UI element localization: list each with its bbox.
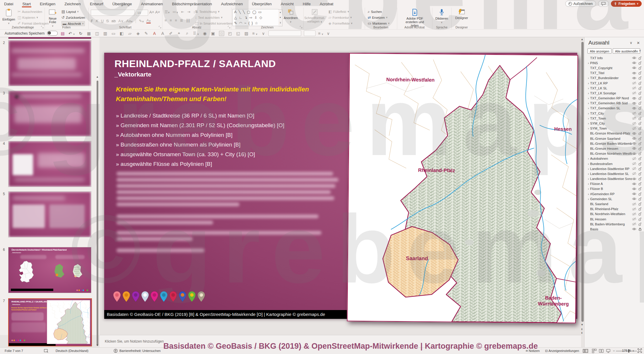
visible-eye-icon[interactable] — [632, 102, 636, 105]
selection-pane-item[interactable]: ›BL Nordrhein-Westfalen — [585, 212, 644, 217]
line-spacing-icon[interactable]: ≡ ∨ — [252, 31, 258, 36]
shape-gallery-scroll[interactable]: ▲▼⊻ — [278, 9, 282, 26]
save-icon[interactable]: ▤ — [60, 31, 65, 36]
ribbon-tab-aufzeichnen[interactable]: Aufzeichnen — [220, 1, 243, 7]
shape-outline-icon[interactable]: ▱ — [128, 31, 132, 36]
expand-chevron-icon[interactable]: › — [587, 167, 590, 171]
shape-icon[interactable]: ▢ — [247, 10, 250, 15]
pane-close-icon[interactable]: ✕ — [637, 41, 640, 45]
visible-eye-icon[interactable] — [632, 66, 636, 69]
selection-pane-item[interactable]: ›Flüsse B — [585, 186, 644, 191]
hidden-eye-icon[interactable] — [632, 207, 636, 211]
unlocked-icon[interactable] — [638, 66, 642, 70]
slide-footer-credit[interactable]: Basisdaten © GeoBasis-DE / BKG (2019) [B… — [104, 310, 363, 319]
visible-eye-icon[interactable] — [632, 197, 636, 200]
slide-3-thumbnail[interactable] — [8, 91, 91, 137]
expand-chevron-icon[interactable]: › — [587, 197, 590, 201]
unlocked-icon[interactable] — [638, 76, 642, 80]
reading-view-icon[interactable] — [599, 349, 604, 353]
visible-eye-icon[interactable] — [632, 187, 636, 190]
bold-button[interactable]: F — [91, 19, 93, 23]
selection-pane-item[interactable]: ›Autobahnen — [585, 156, 644, 161]
unlocked-icon[interactable] — [638, 122, 642, 125]
format-painter-button[interactable]: ✐Format übertragen — [18, 21, 49, 25]
shape-icon[interactable]: { — [249, 21, 250, 26]
bullet-list-button[interactable]: ☰∨ — [165, 10, 170, 14]
expand-chevron-icon[interactable]: › — [587, 76, 590, 80]
justify-button[interactable]: ≣ — [180, 18, 183, 23]
group-icon[interactable]: ◰ — [228, 31, 232, 36]
visible-eye-icon[interactable] — [632, 97, 636, 100]
redo-icon[interactable]: ↻ — [78, 31, 83, 36]
replace-button[interactable]: ⇄Ersetzen ∨ — [368, 15, 388, 20]
shape-icon[interactable]: ☆ — [255, 21, 258, 26]
visible-eye-icon[interactable] — [632, 177, 636, 181]
pane-reorder-up-icon[interactable]: ∧ — [634, 49, 636, 52]
selection-pane-item[interactable]: ›Landkreise-Stadtkreise Sonstige — [585, 176, 644, 181]
unlocked-icon[interactable] — [638, 157, 642, 160]
change-case-button[interactable]: Aa∨ — [126, 19, 133, 23]
ribbon-tab-ansicht[interactable]: Ansicht — [280, 1, 294, 7]
text-direction-button[interactable]: ⇅Textrichtung ∨ — [195, 9, 220, 14]
unlocked-icon[interactable] — [638, 71, 642, 75]
overflow-icon[interactable]: ∨ — [261, 31, 266, 36]
notes-placeholder[interactable]: Klicken Sie, um Notizen hinzuzufügen — [105, 339, 164, 343]
dialog-launcher-icon[interactable] — [41, 26, 44, 28]
dialog-launcher-icon[interactable] — [228, 26, 230, 28]
ribbon-tab-einfügen[interactable]: Einfügen — [39, 1, 56, 7]
selection-pane-item[interactable]: ›TXT_Titel — [585, 71, 644, 76]
slide-subtitle[interactable]: _Vektorkarte — [114, 71, 151, 78]
hidden-eye-icon[interactable] — [632, 86, 636, 90]
unlocked-icon[interactable] — [638, 96, 642, 100]
dialog-launcher-icon[interactable] — [300, 26, 302, 28]
shape-icon[interactable]: ◇ — [259, 15, 262, 20]
reset-button[interactable]: ↺Zurücksetzen — [61, 15, 85, 20]
expand-chevron-icon[interactable]: › — [587, 157, 590, 160]
new-slide-button[interactable]: Neue Folie∨ — [45, 8, 60, 28]
selection-pane-item[interactable]: ›BL-Grenze Nordrhein-Westfalen — [585, 151, 644, 156]
selection-pane-item[interactable]: ›TXT_LK SL — [585, 86, 644, 91]
strikethrough-button[interactable]: S — [106, 19, 109, 23]
align-left-button[interactable]: ≡ — [165, 18, 167, 23]
qat-font-select[interactable] — [268, 30, 301, 36]
shape-icon[interactable]: ∟ — [239, 15, 242, 20]
shape-icon[interactable]: ⇨ — [249, 15, 252, 20]
share-button[interactable]: ⇪Freigeben∨ — [611, 1, 642, 7]
shape-icon[interactable]: ~ — [244, 21, 246, 26]
unlocked-icon[interactable] — [638, 61, 642, 65]
unlocked-icon[interactable] — [638, 172, 642, 176]
zoom-out-icon[interactable]: − — [613, 349, 615, 353]
record-button[interactable]: Aufzeichnen — [565, 1, 596, 7]
selection-pane-item[interactable]: ›BL-Grenze Rheinland-Pfalz — [585, 131, 644, 136]
normal-view-icon[interactable] — [583, 349, 588, 353]
expand-chevron-icon[interactable]: › — [587, 106, 590, 110]
autosave-toggle[interactable] — [47, 31, 58, 36]
unlocked-icon[interactable] — [638, 162, 642, 166]
expand-chevron-icon[interactable]: › — [587, 81, 590, 85]
expand-chevron-icon[interactable]: › — [587, 127, 590, 130]
hidden-eye-icon[interactable] — [632, 217, 636, 221]
thumbnail-scroll-down-icon[interactable]: ▼ — [96, 344, 99, 347]
selection-pane-item[interactable]: ›BL Hessen — [585, 217, 644, 222]
show-all-button[interactable]: Alle anzeigen — [588, 48, 612, 54]
slide-tagline[interactable]: Kreieren Sie Ihre eigene Karten-Variante… — [116, 86, 309, 93]
designer-button[interactable]: Designer — [454, 8, 469, 20]
expand-chevron-icon[interactable]: › — [587, 172, 590, 176]
draw-icon[interactable]: ✐ — [169, 31, 173, 36]
hidden-eye-icon[interactable] — [632, 222, 636, 226]
pane-collapse-icon[interactable]: ∨ — [630, 41, 632, 45]
copy-button[interactable]: ◫Kopieren ∨ — [18, 15, 38, 20]
increase-indent-button[interactable]: ⇥ — [187, 10, 190, 14]
display-settings-toggle[interactable]: ⊡ Anzeigeeinstellungen — [545, 349, 579, 353]
unlocked-icon[interactable] — [638, 207, 642, 211]
unlocked-icon[interactable] — [638, 81, 642, 85]
selection-pane-item[interactable]: ›SYM_Town — [585, 126, 644, 131]
selection-pane-item[interactable]: ›Gemeinden SL — [585, 196, 644, 201]
expand-chevron-icon[interactable]: › — [587, 96, 590, 100]
pane-reorder-down-icon[interactable]: ∨ — [639, 49, 641, 52]
ribbon-tab-animationen[interactable]: Animationen — [140, 1, 163, 7]
layout-icon[interactable]: ▭ — [111, 31, 116, 36]
columns-button[interactable]: ∥∥ — [186, 18, 190, 23]
canvas-scroll-down-icon[interactable]: ▼ — [581, 323, 583, 326]
expand-chevron-icon[interactable]: › — [587, 91, 590, 95]
